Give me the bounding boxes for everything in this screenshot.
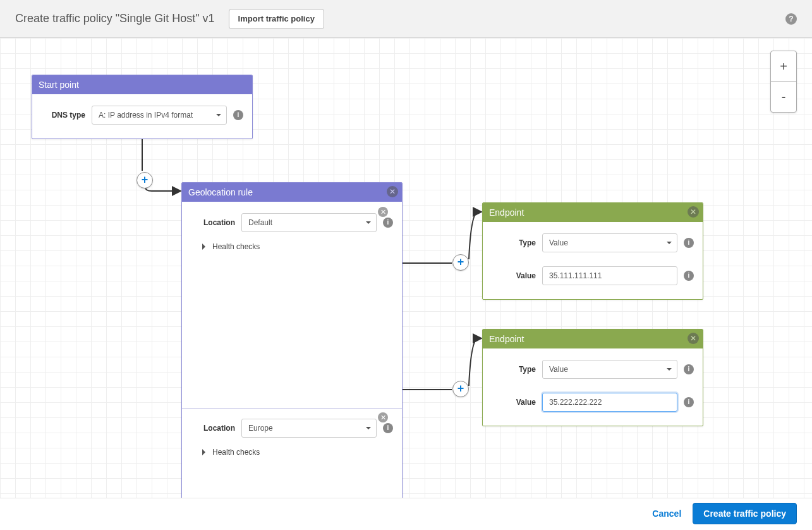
health-check-expander[interactable]: Health checks [191, 240, 393, 252]
help-icon[interactable]: ? [785, 13, 797, 25]
canvas[interactable]: Start point DNS type A: IP address in IP… [0, 38, 812, 498]
zoom-out-button[interactable]: - [771, 82, 796, 112]
zoom-controls: + - [770, 51, 797, 113]
chevron-down-icon [667, 242, 672, 247]
geolocation-node: Geolocation rule ✕ ✕ Location Default i … [181, 182, 403, 498]
value-input[interactable] [542, 393, 677, 412]
close-icon[interactable]: ✕ [688, 333, 699, 344]
dns-type-label: DNS type [41, 111, 85, 120]
start-node-header: Start point [32, 75, 252, 94]
type-value: Value [549, 238, 568, 247]
value-input[interactable] [542, 266, 677, 285]
info-icon[interactable]: i [383, 423, 393, 433]
page-title: Create traffic policy "Single Git Host" … [15, 12, 215, 25]
info-icon[interactable]: i [684, 238, 694, 248]
location-label: Location [191, 424, 235, 433]
triangle-right-icon [202, 243, 209, 250]
health-label: Health checks [212, 242, 260, 251]
geolocation-title: Geolocation rule [188, 187, 253, 197]
top-bar: Create traffic policy "Single Git Host" … [0, 0, 812, 38]
dns-type-value: A: IP address in IPv4 format [99, 111, 193, 120]
chevron-down-icon [667, 368, 672, 373]
add-endpoint-handle[interactable]: + [452, 254, 469, 271]
value-label: Value [492, 271, 536, 280]
location-select[interactable]: Europe [241, 419, 377, 438]
dns-type-select[interactable]: A: IP address in IPv4 format [92, 106, 227, 125]
type-value: Value [549, 365, 568, 374]
zoom-in-button[interactable]: + [771, 51, 796, 82]
footer: Cancel Create traffic policy [0, 498, 812, 529]
start-node: Start point DNS type A: IP address in IP… [32, 75, 253, 139]
location-value: Default [248, 218, 272, 227]
add-endpoint-handle[interactable]: + [452, 381, 469, 397]
value-label: Value [492, 398, 536, 407]
info-icon[interactable]: i [684, 364, 694, 374]
type-label: Type [492, 365, 536, 374]
import-button[interactable]: Import traffic policy [229, 9, 324, 29]
endpoint-title: Endpoint [489, 207, 524, 218]
location-value: Europe [248, 424, 273, 433]
type-label: Type [492, 238, 536, 247]
close-icon[interactable]: ✕ [387, 186, 398, 197]
endpoint-header: Endpoint ✕ [483, 203, 703, 222]
create-button[interactable]: Create traffic policy [693, 503, 797, 524]
location-select[interactable]: Default [241, 213, 377, 232]
health-label: Health checks [212, 448, 260, 457]
location-label: Location [191, 218, 235, 227]
info-icon[interactable]: i [383, 218, 393, 228]
chevron-down-icon [216, 114, 221, 119]
endpoint-header: Endpoint ✕ [483, 330, 703, 348]
add-rule-handle[interactable]: + [136, 172, 153, 188]
endpoint-node: Endpoint ✕ Type Value i Value i [482, 202, 703, 300]
info-icon[interactable]: i [684, 271, 694, 281]
type-select[interactable]: Value [542, 360, 677, 379]
triangle-right-icon [202, 449, 209, 455]
chevron-down-icon [366, 427, 371, 432]
chevron-down-icon [366, 221, 371, 226]
info-icon[interactable]: i [233, 110, 243, 120]
info-icon[interactable]: i [684, 397, 694, 407]
close-icon[interactable]: ✕ [688, 206, 699, 218]
geolocation-header: Geolocation rule ✕ [182, 183, 402, 202]
endpoint-node: Endpoint ✕ Type Value i Value i [482, 329, 703, 426]
cancel-button[interactable]: Cancel [652, 508, 681, 519]
endpoint-title: Endpoint [489, 334, 524, 344]
type-select[interactable]: Value [542, 233, 677, 252]
health-check-expander[interactable]: Health checks [191, 445, 393, 458]
